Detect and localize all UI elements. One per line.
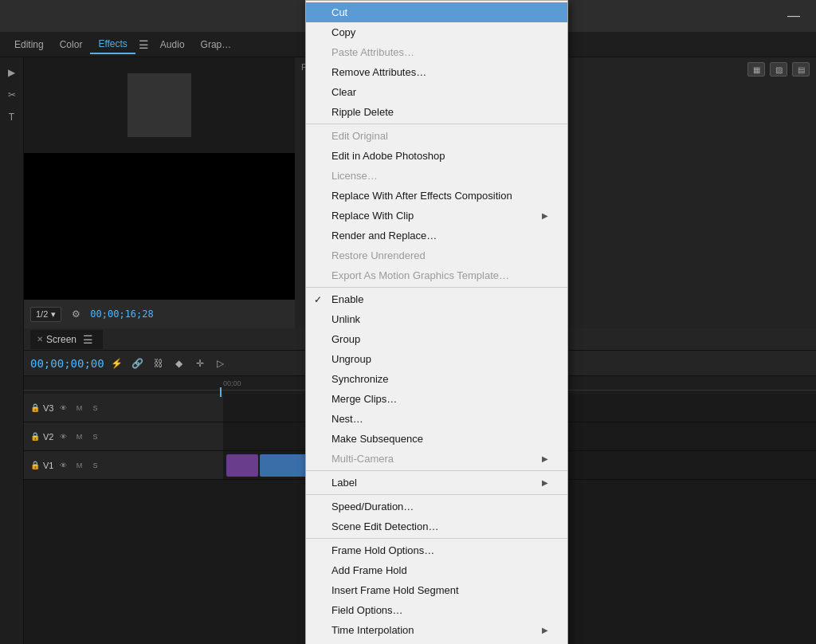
source-monitor: 1/2 ▾ ⚙ 00;00;16;28 bbox=[24, 57, 295, 328]
mute-v3[interactable]: M bbox=[73, 402, 85, 414]
solo-v1[interactable]: S bbox=[88, 459, 101, 472]
timeline-timecode: 00;00;00;00 bbox=[30, 357, 104, 370]
ctx-item-label: Time Interpolation bbox=[332, 624, 414, 636]
menu-editing[interactable]: Editing bbox=[6, 36, 52, 53]
ctx-item-cut[interactable]: Cut bbox=[306, 2, 567, 22]
tab-menu-icon[interactable]: ☰ bbox=[80, 333, 96, 346]
playhead-tool[interactable]: ▷ bbox=[213, 355, 229, 371]
ctx-item-label: Make Subsequence bbox=[332, 433, 423, 445]
context-menu: CutCopyPaste Attributes…Remove Attribute… bbox=[305, 0, 568, 644]
program-icons: ▦ ▨ ▤ bbox=[747, 62, 810, 77]
lock-v3[interactable]: 🔒 bbox=[30, 403, 40, 412]
ctx-item-label: Group bbox=[332, 333, 360, 345]
ctx-item-scene-edit-detection-[interactable]: Scene Edit Detection… bbox=[306, 516, 567, 536]
ctx-item-clear[interactable]: Clear bbox=[306, 82, 567, 102]
close-tab-icon[interactable]: ✕ bbox=[37, 335, 43, 344]
submenu-arrow-icon: ▶ bbox=[542, 454, 548, 463]
ctx-item-render-and-replace-[interactable]: Render and Replace… bbox=[306, 226, 567, 245]
ctx-item-make-subsequence[interactable]: Make Subsequence bbox=[306, 429, 567, 449]
ctx-item-label: Enable bbox=[332, 293, 363, 305]
effects-menu-icon[interactable]: ☰ bbox=[135, 38, 152, 51]
ctx-item-label: Replace With After Effects Composition bbox=[332, 190, 512, 202]
solo-v3[interactable]: S bbox=[88, 402, 101, 414]
ctx-item-time-interpolation[interactable]: Time Interpolation▶ bbox=[306, 620, 567, 640]
ctx-item-group[interactable]: Group bbox=[306, 329, 567, 349]
ctx-item-remove-attributes-[interactable]: Remove Attributes… bbox=[306, 62, 567, 82]
left-toolbar: ▶ ✂ T bbox=[0, 57, 24, 644]
source-controls: 1/2 ▾ ⚙ 00;00;16;28 bbox=[24, 300, 295, 328]
ctx-item-ungroup[interactable]: Ungroup bbox=[306, 349, 567, 369]
ctx-item-copy[interactable]: Copy bbox=[306, 22, 567, 42]
menu-effects[interactable]: Effects bbox=[90, 35, 135, 54]
razor-tool[interactable]: ✂ bbox=[3, 86, 21, 104]
mute-v1[interactable]: M bbox=[73, 459, 85, 472]
lock-v1[interactable]: 🔒 bbox=[30, 461, 40, 469]
menu-graphics[interactable]: Grap… bbox=[193, 36, 240, 53]
ctx-item-label: Render and Replace… bbox=[332, 230, 437, 242]
minimize-button[interactable]: — bbox=[781, 6, 806, 26]
ctx-item-add-frame-hold[interactable]: Add Frame Hold bbox=[306, 560, 567, 580]
ctx-item-label: Cut bbox=[332, 6, 347, 18]
clip-block-blue[interactable] bbox=[260, 454, 308, 477]
text-tool[interactable]: T bbox=[3, 108, 21, 126]
eye-v3[interactable]: 👁 bbox=[57, 402, 69, 414]
ctx-item-replace-with-clip[interactable]: Replace With Clip▶ bbox=[306, 206, 567, 226]
eye-v2[interactable]: 👁 bbox=[57, 430, 69, 443]
ctx-item-label: Ripple Delete bbox=[332, 106, 394, 118]
separator-6 bbox=[306, 124, 567, 124]
ctx-item-label: Insert Frame Hold Segment bbox=[332, 584, 459, 596]
icon-button-1[interactable]: ▦ bbox=[747, 62, 765, 77]
icon-button-3[interactable]: ▤ bbox=[792, 62, 810, 77]
ruler-mark-1: 00;00 bbox=[223, 379, 241, 387]
ctx-item-label: Remove Attributes… bbox=[332, 66, 426, 78]
ctx-item-merge-clips-[interactable]: Merge Clips… bbox=[306, 389, 567, 409]
snap-tool[interactable]: 🔗 bbox=[130, 355, 146, 371]
ctx-item-export-as-motion-graphics-template-: Export As Motion Graphics Template… bbox=[306, 265, 567, 285]
ctx-item-label: Multi-Camera bbox=[332, 453, 394, 465]
timeline-tab[interactable]: ✕ Screen ☰ bbox=[30, 330, 103, 349]
ctx-item-insert-frame-hold-segment[interactable]: Insert Frame Hold Segment bbox=[306, 580, 567, 600]
ctx-item-label: Label bbox=[332, 477, 357, 489]
submenu-arrow-icon: ▶ bbox=[542, 211, 548, 220]
eye-v1[interactable]: 👁 bbox=[57, 459, 69, 472]
ctx-item-label[interactable]: Label▶ bbox=[306, 473, 567, 493]
ctx-item-label: Clear bbox=[332, 86, 356, 98]
ctx-item-label: Speed/Duration… bbox=[332, 501, 414, 512]
menu-color[interactable]: Color bbox=[52, 36, 91, 53]
ctx-item-field-options-[interactable]: Field Options… bbox=[306, 600, 567, 620]
clip-block-purple[interactable] bbox=[226, 454, 258, 477]
solo-v2[interactable]: S bbox=[88, 430, 101, 443]
ctx-item-synchronize[interactable]: Synchronize bbox=[306, 369, 567, 389]
ctx-item-label: Edit Original bbox=[332, 130, 388, 142]
zoom-value: 1/2 bbox=[36, 309, 48, 319]
ctx-item-unlink[interactable]: Unlink bbox=[306, 309, 567, 329]
ctx-item-scale-to-frame-size[interactable]: Scale to Frame Size bbox=[306, 640, 567, 644]
ctx-item-label: Edit in Adobe Photoshop bbox=[332, 150, 445, 162]
mute-v2[interactable]: M bbox=[73, 430, 85, 443]
zoom-selector[interactable]: 1/2 ▾ bbox=[30, 307, 61, 322]
ctx-item-speed-duration-[interactable]: Speed/Duration… bbox=[306, 497, 567, 516]
ctx-item-label: Merge Clips… bbox=[332, 393, 397, 405]
settings-icon[interactable]: ⚙ bbox=[68, 306, 84, 322]
ctx-item-label: Unlink bbox=[332, 313, 360, 325]
ripple-edit-tool[interactable]: ⚡ bbox=[109, 355, 125, 371]
ctx-item-replace-with-after-effects-composition[interactable]: Replace With After Effects Composition bbox=[306, 186, 567, 206]
ctx-item-nest-[interactable]: Nest… bbox=[306, 409, 567, 429]
ctx-item-frame-hold-options-[interactable]: Frame Hold Options… bbox=[306, 540, 567, 560]
markers-tool[interactable]: ◆ bbox=[171, 355, 187, 371]
add-marker-tool[interactable]: ✛ bbox=[192, 355, 208, 371]
selection-tool[interactable]: ▶ bbox=[3, 64, 21, 81]
ctx-item-multi-camera: Multi-Camera▶ bbox=[306, 449, 567, 469]
separator-25 bbox=[306, 470, 567, 471]
tab-label: Screen bbox=[46, 334, 76, 345]
linked-select-tool[interactable]: ⛓ bbox=[151, 355, 167, 371]
lock-v2[interactable]: 🔒 bbox=[30, 432, 40, 441]
icon-button-2[interactable]: ▨ bbox=[770, 62, 787, 77]
ctx-item-paste-attributes-: Paste Attributes… bbox=[306, 42, 567, 62]
menu-audio[interactable]: Audio bbox=[152, 36, 193, 53]
checkmark-icon: ✓ bbox=[314, 294, 322, 305]
ctx-item-enable[interactable]: ✓Enable bbox=[306, 289, 567, 309]
ctx-item-label: Ungroup bbox=[332, 353, 371, 365]
ctx-item-edit-in-adobe-photoshop[interactable]: Edit in Adobe Photoshop bbox=[306, 146, 567, 166]
ctx-item-ripple-delete[interactable]: Ripple Delete bbox=[306, 102, 567, 122]
